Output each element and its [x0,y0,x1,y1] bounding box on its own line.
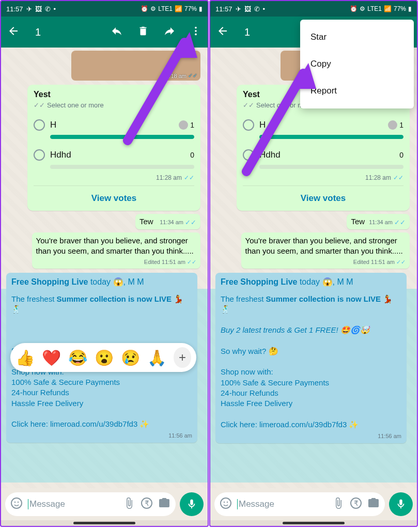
view-votes-button[interactable]: View votes [243,185,403,208]
message-input[interactable]: Message ₹ [5,492,176,516]
battery-icon: ▮ [408,5,412,12]
message-out[interactable]: You're braver than you believe, and stro… [241,232,410,269]
image-icon: 🖼 [35,5,42,13]
nav-pill [73,522,135,524]
payment-icon[interactable]: ₹ [141,497,153,511]
message-out[interactable]: Tew11:34 am✓✓ [347,214,410,229]
selected-count: 1 [35,26,41,38]
read-ticks-icon: ✓✓ [187,259,196,265]
mic-button[interactable] [389,492,413,516]
back-button[interactable] [7,25,20,39]
radio-icon[interactable] [34,119,45,131]
emoji-icon[interactable] [10,497,23,511]
phone-right: 11:57 ✈ 🖼 ✆ • ⏰ ⚙ LTE1 📶 77% ▮ 1 11:18 a… [209,0,418,527]
image-icon: 🖼 [244,5,251,13]
payment-icon[interactable]: ₹ [350,497,362,511]
back-button[interactable] [216,25,229,39]
svg-point-4 [14,502,15,503]
status-time: 11:57 [215,5,232,13]
heart-emoji[interactable]: ❤️ [42,349,61,367]
camera-icon[interactable] [367,497,380,511]
wifi-icon: ⚙ [150,5,156,12]
reaction-bar: 👍 ❤️ 😂 😮 😢 🙏 + [10,343,196,372]
battery-pct: 77% [394,5,406,12]
wifi-icon: ⚙ [360,5,365,12]
read-ticks-icon: ✓✓ [185,219,196,226]
volte-icon: LTE1 [367,5,382,12]
read-ticks-icon: ✓✓ [184,174,194,181]
annotation-arrow [234,58,321,179]
message-out[interactable]: Tew 11:34 am✓✓ [135,214,200,229]
promo-link[interactable]: limeroad.com/u/39db7fd3 [50,419,137,428]
mic-button[interactable] [180,492,204,516]
telegram-icon: ✈ [236,5,241,13]
promo-link[interactable]: limeroad.com/u/39db7fd3 [259,420,347,429]
phone-left: 11:57 ✈ 🖼 ✆ • ⏰ ⚙ LTE1 📶 77% ▮ 1 11:18 [0,0,209,527]
input-placeholder: Message [28,499,118,509]
status-bar: 11:57 ✈ 🖼 ✆ • ⏰ ⚙ LTE1 📶 77% ▮ [1,1,208,17]
status-time: 11:57 [6,5,23,13]
multi-select-icon: ✓✓ [34,101,45,109]
pray-emoji[interactable]: 🙏 [147,349,166,367]
poll-option[interactable]: Hdhd 0 [34,149,194,169]
input-bar: Message ₹ [1,488,208,520]
input-placeholder: Message [237,499,327,509]
attach-icon[interactable] [123,497,135,511]
voter-avatar [388,120,397,130]
battery-pct: 77% [184,5,197,12]
message-out[interactable]: You're braver than you believe, and stro… [32,232,200,269]
whatsapp-icon: ✆ [254,5,260,13]
message-in-selected[interactable]: Free Shopping Live today 😱, M M The fres… [215,273,407,443]
dot-icon: • [54,5,56,13]
nav-pill [283,522,345,524]
alarm-icon: ⏰ [141,5,148,12]
read-ticks-icon: ✓✓ [394,219,406,226]
telegram-icon: ✈ [26,5,32,13]
svg-point-10 [227,502,228,503]
whatsapp-icon: ✆ [45,5,51,13]
alarm-icon: ⏰ [350,5,357,12]
volte-icon: LTE1 [158,5,173,12]
svg-point-3 [11,498,22,508]
read-ticks-icon: ✓✓ [396,259,406,265]
attach-icon[interactable] [332,497,345,511]
laugh-emoji[interactable]: 😂 [68,349,87,367]
thumbs-up-emoji[interactable]: 👍 [15,349,35,367]
more-reactions-button[interactable]: + [174,347,191,368]
message-input[interactable]: Message ₹ [214,492,385,516]
signal-icon: 📶 [384,5,392,12]
wow-emoji[interactable]: 😮 [95,349,114,367]
emoji-icon[interactable] [220,497,232,511]
read-ticks-icon: ✓✓ [393,174,403,181]
status-bar: 11:57 ✈ 🖼 ✆ • ⏰ ⚙ LTE1 📶 77% ▮ [210,1,417,17]
view-votes-button[interactable]: View votes [34,185,194,208]
dot-icon: • [263,5,266,13]
svg-point-9 [224,502,225,503]
svg-text:₹: ₹ [354,499,359,507]
radio-icon[interactable] [34,149,45,161]
menu-star[interactable]: Star [300,24,414,51]
svg-point-5 [18,502,19,503]
svg-point-8 [221,498,231,508]
input-bar: Message ₹ [210,488,417,520]
battery-icon: ▮ [199,5,203,12]
sad-emoji[interactable]: 😢 [121,349,140,367]
annotation-arrow [115,27,203,148]
signal-icon: 📶 [175,5,182,12]
svg-text:₹: ₹ [145,499,149,507]
camera-icon[interactable] [158,497,170,511]
selected-count: 1 [244,26,250,38]
